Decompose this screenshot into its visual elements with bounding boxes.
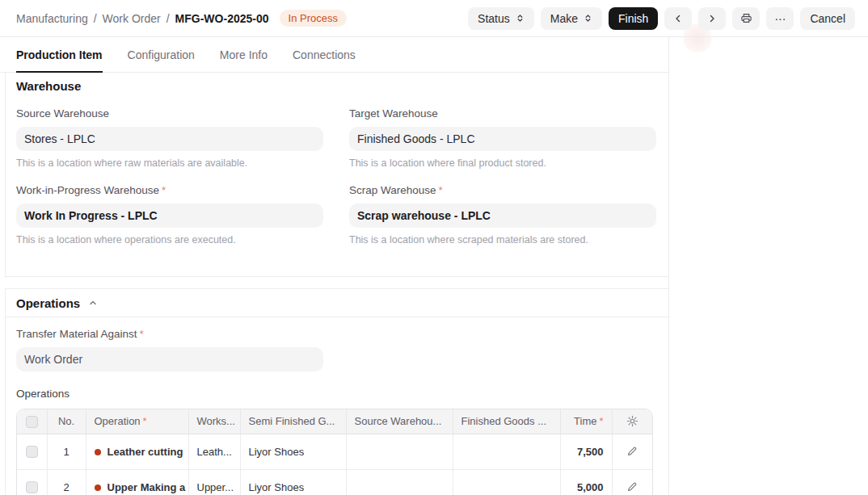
section-divider-gap: [0, 277, 668, 288]
status-dot-icon: [95, 485, 101, 491]
warehouse-section-title: Warehouse: [16, 79, 656, 93]
status-dot-icon: [95, 449, 101, 455]
col-source-warehouse[interactable]: Source Warehou...: [346, 409, 453, 434]
warehouse-field-grid: Source Warehouse Stores - LPLC This is a…: [16, 107, 656, 245]
tab-production-item[interactable]: Production Item: [16, 37, 103, 72]
tab-connections[interactable]: Connections: [293, 37, 356, 72]
field-label-text: Work-in-Progress Warehouse: [16, 184, 159, 196]
pencil-icon: [626, 446, 638, 457]
make-dropdown-button[interactable]: Make: [541, 7, 602, 30]
make-dropdown-label: Make: [550, 12, 578, 25]
content-area: Production Item Configuration More Info …: [0, 37, 868, 495]
warehouse-section: Warehouse Source Warehouse Stores - LPLC…: [5, 73, 668, 277]
row-checkbox-cell: [17, 469, 47, 495]
tab-more-info[interactable]: More Info: [220, 37, 268, 72]
breadcrumb: Manufacturing / Work Order / MFG-WO-2025…: [16, 10, 347, 27]
operation-cell[interactable]: Upper Making a: [86, 469, 188, 495]
semi-finished-goods-cell[interactable]: Liyor Shoes: [240, 469, 346, 495]
required-asterisk: *: [140, 328, 144, 340]
source-warehouse-cell[interactable]: [346, 469, 453, 495]
finish-button[interactable]: Finish: [609, 7, 658, 30]
field-target-warehouse: Target Warehouse Finished Goods - LPLC T…: [349, 107, 656, 169]
col-semi-finished-goods[interactable]: Semi Finished G...: [240, 409, 346, 434]
col-workstation[interactable]: Works...: [188, 409, 240, 434]
workstation-cell[interactable]: Leath...: [188, 434, 240, 469]
operations-table: No. Operation* Works... Semi Finished G.…: [17, 409, 652, 495]
row-checkbox-cell: [17, 434, 47, 469]
status-dropdown-button[interactable]: Status: [468, 7, 534, 30]
required-asterisk: *: [162, 184, 166, 196]
field-label: Work-in-Progress Warehouse*: [16, 184, 323, 196]
source-warehouse-input[interactable]: Stores - LPLC: [16, 127, 323, 151]
transfer-material-against-select[interactable]: Work Order: [16, 347, 323, 371]
col-operation[interactable]: Operation*: [86, 409, 188, 434]
row-number: 1: [47, 434, 86, 469]
prev-document-button[interactable]: [664, 7, 692, 30]
field-scrap-warehouse: Scrap Warehouse* Scrap warehouse - LPLC …: [349, 184, 656, 245]
pencil-icon: [626, 481, 638, 493]
breadcrumb-work-order[interactable]: Work Order: [103, 12, 161, 25]
operations-grid-label: Operations: [16, 388, 656, 400]
selector-icon: [584, 14, 592, 23]
cancel-button[interactable]: Cancel: [800, 7, 855, 30]
tab-bar: Production Item Configuration More Info …: [0, 37, 668, 73]
print-button[interactable]: [732, 7, 760, 30]
field-help: This is a location where operations are …: [16, 234, 323, 245]
scrap-warehouse-input[interactable]: Scrap warehouse - LPLC: [349, 203, 656, 228]
navbar: Manufacturing / Work Order / MFG-WO-2025…: [0, 0, 868, 37]
row-checkbox[interactable]: [26, 446, 38, 458]
gear-icon[interactable]: [626, 415, 638, 427]
breadcrumb-docname: MFG-WO-2025-00: [175, 12, 269, 25]
field-help: This is a location where raw materials a…: [16, 157, 323, 169]
col-label: Operation: [95, 415, 141, 427]
required-asterisk: *: [599, 415, 603, 427]
select-all-cell: [17, 409, 47, 434]
field-help: This is a location where final product s…: [349, 157, 656, 169]
right-sidebar: [669, 37, 868, 495]
time-cell[interactable]: 7,500: [560, 434, 612, 469]
wip-warehouse-input[interactable]: Work In Progress - LPLC: [16, 203, 323, 228]
operations-section: Operations Transfer Material Against* Wo…: [5, 288, 668, 495]
status-dropdown-label: Status: [478, 12, 510, 25]
target-warehouse-input[interactable]: Finished Goods - LPLC: [349, 127, 656, 151]
operations-section-title: Operations: [16, 296, 80, 310]
tab-configuration[interactable]: Configuration: [128, 37, 195, 72]
field-label: Transfer Material Against*: [16, 328, 323, 340]
field-label: Target Warehouse: [349, 107, 656, 120]
field-source-warehouse: Source Warehouse Stores - LPLC This is a…: [16, 107, 323, 169]
operations-section-header[interactable]: Operations: [6, 289, 668, 317]
status-badge: In Process: [280, 10, 347, 27]
grid-row-1: 1 Leather cutting Leath... Liyor Shoes 7…: [17, 434, 652, 469]
next-document-button[interactable]: [698, 7, 726, 30]
select-all-checkbox[interactable]: [26, 416, 38, 428]
field-label: Source Warehouse: [16, 107, 323, 120]
field-wip-warehouse: Work-in-Progress Warehouse* Work In Prog…: [16, 184, 323, 245]
required-asterisk: *: [439, 184, 443, 196]
time-cell[interactable]: 5,000: [560, 469, 612, 495]
operation-cell[interactable]: Leather cutting: [86, 434, 188, 469]
field-label-text: Transfer Material Against: [16, 328, 137, 340]
grid-header-row: No. Operation* Works... Semi Finished G.…: [17, 409, 652, 434]
edit-row-button[interactable]: [612, 434, 652, 469]
finished-goods-cell[interactable]: [453, 434, 560, 469]
breadcrumb-manufacturing[interactable]: Manufacturing: [16, 12, 88, 25]
operations-section-body: Transfer Material Against* Work Order Op…: [6, 317, 668, 495]
grid-row-2: 2 Upper Making a Upper... Liyor Shoes 5,…: [17, 469, 652, 495]
row-checkbox[interactable]: [26, 481, 38, 493]
col-finished-goods[interactable]: Finished Goods ...: [453, 409, 560, 434]
operation-name: Leather cutting: [107, 446, 183, 458]
source-warehouse-cell[interactable]: [346, 434, 453, 469]
breadcrumb-separator: /: [166, 12, 170, 25]
field-label: Scrap Warehouse*: [349, 184, 656, 196]
menu-button[interactable]: ···: [766, 7, 794, 30]
edit-row-button[interactable]: [612, 469, 652, 495]
required-asterisk: *: [143, 415, 147, 427]
semi-finished-goods-cell[interactable]: Liyor Shoes: [240, 434, 346, 469]
selector-icon: [516, 14, 525, 23]
breadcrumb-separator: /: [94, 12, 97, 25]
col-time[interactable]: Time*: [560, 409, 612, 434]
workstation-cell[interactable]: Upper...: [188, 469, 240, 495]
finished-goods-cell[interactable]: [453, 469, 560, 495]
grid-settings-cell: [612, 409, 652, 434]
field-label-text: Source Warehouse: [16, 107, 109, 120]
